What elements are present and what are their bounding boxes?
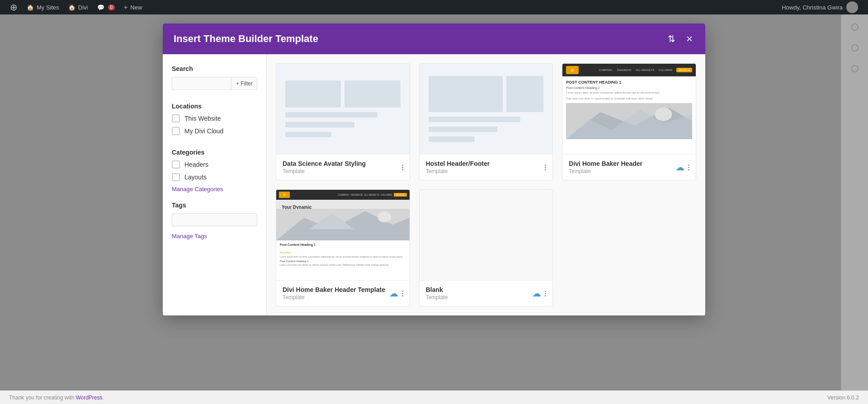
wp-icon: ⊕ bbox=[10, 2, 18, 13]
ph-row-h2 bbox=[429, 127, 498, 132]
wordpress-link[interactable]: WordPress bbox=[75, 395, 102, 401]
template-info-right-blank: ☁ bbox=[532, 288, 546, 299]
more-options-baker-large-button[interactable] bbox=[402, 291, 403, 296]
ph-block-1 bbox=[285, 80, 341, 108]
template-info-left-baker-large: Divi Home Baker Header Template Template bbox=[283, 286, 385, 301]
template-info-left-blank: Blank Template bbox=[426, 286, 448, 301]
template-card-baker-large[interactable]: D COMPANY FEEDBACK ALL WIDGETS COLUMNS S… bbox=[276, 189, 410, 306]
template-preview-baker-large: D COMPANY FEEDBACK ALL WIDGETS COLUMNS S… bbox=[276, 190, 410, 280]
manage-categories-link[interactable]: Manage Categories bbox=[172, 186, 257, 193]
ps-logo: D bbox=[566, 66, 579, 74]
svg-point-2 bbox=[655, 108, 672, 121]
templates-grid: Data Science Avatar Styling Template bbox=[276, 63, 696, 306]
manage-tags-link[interactable]: Manage Tags bbox=[172, 233, 257, 240]
ps-post-heading: POST CONTENT HEADING 1 bbox=[566, 80, 692, 85]
template-card-baker-header[interactable]: D COMPANY FEEDBACK ALL WIDGETS COLUMNS S… bbox=[562, 63, 696, 180]
modal-title: Insert Theme Builder Template bbox=[174, 33, 318, 45]
my-sites-icon: 🏠 bbox=[27, 4, 34, 11]
template-info-hostel: Hostel Header/Footer Template bbox=[420, 154, 553, 180]
template-card-blank[interactable]: Blank Template ☁ bbox=[419, 189, 553, 306]
template-name-baker: Divi Home Baker Header bbox=[569, 160, 642, 167]
template-info-baker-large: Divi Home Baker Header Template Template… bbox=[276, 280, 410, 306]
ph-row-2 bbox=[285, 122, 354, 127]
tags-input[interactable] bbox=[172, 213, 257, 226]
template-info-right-hostel bbox=[545, 164, 546, 170]
modal-body: Search + Filter Locations This Website M… bbox=[163, 54, 705, 315]
ph-block-2 bbox=[344, 80, 400, 108]
ps-post-text-2: Duis aute irure dolor in reprehenderit i… bbox=[566, 97, 692, 100]
location-my-divi-cloud[interactable]: My Divi Cloud bbox=[172, 127, 257, 135]
insert-template-modal: Insert Theme Builder Template ⇅ × Search… bbox=[163, 23, 705, 315]
mountain-svg bbox=[566, 103, 692, 139]
more-options-button[interactable] bbox=[402, 164, 403, 170]
template-info-right bbox=[402, 164, 403, 170]
divi-item[interactable]: 🏠 Divi bbox=[64, 0, 93, 14]
this-website-checkbox[interactable] bbox=[172, 114, 180, 122]
template-card-hostel[interactable]: Hostel Header/Footer Template bbox=[419, 63, 553, 180]
template-type: Template bbox=[283, 168, 366, 174]
svg-point-6 bbox=[378, 211, 391, 222]
category-headers[interactable]: Headers bbox=[172, 160, 257, 169]
version-text: Version 6.0.2 bbox=[827, 395, 859, 401]
comments-item[interactable]: 💬 0 bbox=[93, 0, 120, 14]
my-sites-item[interactable]: 🏠 My Sites bbox=[22, 0, 64, 14]
comments-icon: 💬 bbox=[97, 4, 104, 11]
blp-link: Read More bbox=[280, 251, 291, 254]
locations-section-title: Locations bbox=[172, 103, 257, 110]
category-layouts[interactable]: Layouts bbox=[172, 173, 257, 181]
new-label: New bbox=[130, 4, 142, 11]
blp-nav: COMPANY FEEDBACK ALL WIDGETS COLUMNS bbox=[338, 193, 392, 196]
footer-text: Thank you for creating with WordPress. bbox=[9, 395, 104, 401]
cloud-icon-baker: ☁ bbox=[675, 162, 684, 173]
ph-grid bbox=[285, 80, 401, 108]
template-info-left: Data Science Avatar Styling Template bbox=[283, 160, 366, 174]
more-options-baker-button[interactable] bbox=[688, 164, 689, 170]
template-info-left-baker: Divi Home Baker Header Template bbox=[569, 160, 642, 174]
template-type-baker-large: Template bbox=[283, 294, 385, 301]
ps-nav-item-2: FEEDBACK bbox=[615, 68, 632, 72]
template-preview-baker: D COMPANY FEEDBACK ALL WIDGETS COLUMNS S… bbox=[562, 64, 696, 154]
blp-post-heading-1: Post Content Heading 1 bbox=[280, 243, 406, 246]
layouts-checkbox[interactable] bbox=[172, 173, 180, 181]
more-options-blank-button[interactable] bbox=[545, 291, 546, 296]
blp-nav-3: ALL WIDGETS bbox=[364, 193, 379, 196]
template-type-blank: Template bbox=[426, 294, 448, 301]
template-name: Data Science Avatar Styling bbox=[283, 160, 366, 167]
comments-badge: 0 bbox=[108, 5, 115, 10]
baker-large-preview: D COMPANY FEEDBACK ALL WIDGETS COLUMNS S… bbox=[276, 190, 410, 280]
close-button[interactable]: × bbox=[684, 32, 694, 46]
avatar bbox=[846, 1, 858, 13]
wp-logo-item[interactable]: ⊕ bbox=[5, 0, 22, 14]
categories-section-title: Categories bbox=[172, 149, 257, 156]
user-info: Howdy, Christina Gwira bbox=[777, 1, 863, 13]
blp-post-subheading-2: Post Content Heading 2 bbox=[280, 260, 406, 263]
ps-nav-item-4: COLUMNS bbox=[657, 68, 674, 72]
ps-post-subheading: Post Content Heading 2 bbox=[566, 86, 692, 89]
blp-hero: Your DynamicPost Title WillDisplay Here bbox=[276, 200, 410, 240]
modal-sidebar: Search + Filter Locations This Website M… bbox=[163, 54, 267, 315]
template-preview-hostel bbox=[420, 64, 553, 154]
more-options-hostel-button[interactable] bbox=[545, 164, 546, 170]
blp-body: Post Content Heading 1 Read More Lorem i… bbox=[276, 240, 410, 280]
my-sites-label: My Sites bbox=[37, 4, 59, 11]
headers-checkbox[interactable] bbox=[172, 160, 180, 169]
new-item[interactable]: + New bbox=[119, 0, 146, 14]
filter-button[interactable]: + Filter bbox=[231, 77, 257, 90]
ps-nav-item-3: ALL WIDGETS bbox=[635, 68, 656, 72]
search-section-title: Search bbox=[172, 65, 257, 72]
sort-button[interactable]: ⇅ bbox=[666, 32, 677, 46]
template-card-data-science[interactable]: Data Science Avatar Styling Template bbox=[276, 63, 410, 180]
modal-overlay: Insert Theme Builder Template ⇅ × Search… bbox=[0, 14, 868, 404]
location-this-website[interactable]: This Website bbox=[172, 114, 257, 122]
blp-nav-1: COMPANY bbox=[338, 193, 349, 196]
howdy-text: Howdy, Christina Gwira bbox=[782, 4, 843, 11]
template-type-baker: Template bbox=[569, 168, 642, 174]
wp-footer: Thank you for creating with WordPress. V… bbox=[0, 390, 868, 404]
blp-nav-2: FEEDBACK bbox=[350, 193, 363, 196]
placeholder-preview-2 bbox=[420, 64, 553, 154]
template-info-blank: Blank Template ☁ bbox=[420, 280, 553, 306]
my-divi-cloud-checkbox[interactable] bbox=[172, 127, 180, 135]
blp-post-text-1: Lorem ipsum dolor sit amet, consectetur … bbox=[280, 255, 406, 258]
blp-header: D COMPANY FEEDBACK ALL WIDGETS COLUMNS S… bbox=[276, 190, 410, 200]
layouts-label: Layouts bbox=[184, 174, 207, 181]
